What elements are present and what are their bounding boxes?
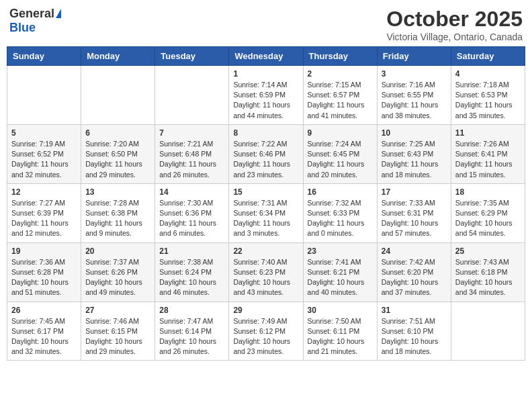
day-number: 9	[308, 128, 373, 138]
calendar-cell: 13Sunrise: 7:28 AM Sunset: 6:38 PM Dayli…	[81, 183, 155, 242]
day-info: Sunrise: 7:37 AM Sunset: 6:26 PM Dayligh…	[85, 257, 150, 298]
month-title: October 2025	[386, 7, 523, 32]
day-info: Sunrise: 7:50 AM Sunset: 6:11 PM Dayligh…	[308, 316, 373, 357]
day-info: Sunrise: 7:14 AM Sunset: 6:59 PM Dayligh…	[233, 80, 298, 121]
logo: General Blue	[9, 7, 61, 35]
day-info: Sunrise: 7:28 AM Sunset: 6:38 PM Dayligh…	[85, 198, 150, 239]
day-info: Sunrise: 7:18 AM Sunset: 6:53 PM Dayligh…	[455, 80, 521, 121]
title-block: October 2025 Victoria Village, Ontario, …	[386, 7, 523, 42]
calendar-cell: 24Sunrise: 7:42 AM Sunset: 6:20 PM Dayli…	[377, 242, 451, 302]
day-number: 4	[455, 69, 521, 79]
day-number: 29	[233, 306, 298, 315]
day-of-week-header: Saturday	[451, 47, 525, 66]
day-info: Sunrise: 7:32 AM Sunset: 6:33 PM Dayligh…	[308, 198, 373, 239]
day-info: Sunrise: 7:22 AM Sunset: 6:46 PM Dayligh…	[233, 139, 298, 180]
day-of-week-header: Thursday	[303, 47, 377, 66]
day-info: Sunrise: 7:33 AM Sunset: 6:31 PM Dayligh…	[382, 198, 447, 239]
calendar-week-row: 1Sunrise: 7:14 AM Sunset: 6:59 PM Daylig…	[7, 66, 525, 125]
day-number: 17	[382, 187, 447, 197]
day-number: 14	[159, 187, 224, 197]
calendar-cell	[7, 66, 81, 125]
calendar-cell: 27Sunrise: 7:46 AM Sunset: 6:15 PM Dayli…	[81, 302, 155, 361]
day-number: 22	[233, 246, 298, 256]
day-number: 3	[382, 69, 447, 79]
day-info: Sunrise: 7:15 AM Sunset: 6:57 PM Dayligh…	[308, 80, 373, 121]
day-info: Sunrise: 7:36 AM Sunset: 6:28 PM Dayligh…	[11, 257, 77, 298]
calendar-week-row: 5Sunrise: 7:19 AM Sunset: 6:52 PM Daylig…	[7, 124, 525, 183]
day-of-week-header: Sunday	[7, 47, 81, 66]
day-number: 15	[233, 187, 298, 197]
calendar-cell: 30Sunrise: 7:50 AM Sunset: 6:11 PM Dayli…	[303, 302, 377, 361]
calendar-cell: 21Sunrise: 7:38 AM Sunset: 6:24 PM Dayli…	[155, 242, 229, 302]
day-info: Sunrise: 7:38 AM Sunset: 6:24 PM Dayligh…	[159, 257, 224, 298]
day-number: 5	[11, 128, 77, 138]
calendar-cell	[81, 66, 155, 125]
day-number: 8	[233, 128, 298, 138]
calendar-cell: 15Sunrise: 7:31 AM Sunset: 6:34 PM Dayli…	[229, 183, 303, 242]
logo-triangle-icon	[56, 9, 61, 18]
day-info: Sunrise: 7:30 AM Sunset: 6:36 PM Dayligh…	[159, 198, 224, 239]
calendar-cell: 31Sunrise: 7:51 AM Sunset: 6:10 PM Dayli…	[377, 302, 451, 361]
day-number: 6	[85, 128, 150, 138]
day-info: Sunrise: 7:19 AM Sunset: 6:52 PM Dayligh…	[11, 139, 77, 180]
day-info: Sunrise: 7:47 AM Sunset: 6:14 PM Dayligh…	[159, 316, 224, 357]
day-number: 25	[455, 246, 521, 256]
calendar-cell: 23Sunrise: 7:41 AM Sunset: 6:21 PM Dayli…	[303, 242, 377, 302]
day-info: Sunrise: 7:49 AM Sunset: 6:12 PM Dayligh…	[233, 316, 298, 357]
calendar-week-row: 12Sunrise: 7:27 AM Sunset: 6:39 PM Dayli…	[7, 183, 525, 242]
calendar-cell: 12Sunrise: 7:27 AM Sunset: 6:39 PM Dayli…	[7, 183, 81, 242]
calendar-week-row: 19Sunrise: 7:36 AM Sunset: 6:28 PM Dayli…	[7, 242, 525, 302]
calendar-cell: 20Sunrise: 7:37 AM Sunset: 6:26 PM Dayli…	[81, 242, 155, 302]
day-info: Sunrise: 7:31 AM Sunset: 6:34 PM Dayligh…	[233, 198, 298, 239]
day-info: Sunrise: 7:42 AM Sunset: 6:20 PM Dayligh…	[382, 257, 447, 298]
calendar-cell: 5Sunrise: 7:19 AM Sunset: 6:52 PM Daylig…	[7, 124, 81, 183]
day-number: 30	[308, 306, 373, 315]
day-info: Sunrise: 7:40 AM Sunset: 6:23 PM Dayligh…	[233, 257, 298, 298]
day-number: 19	[11, 246, 77, 256]
location-text: Victoria Village, Ontario, Canada	[386, 32, 523, 42]
day-number: 18	[455, 187, 521, 197]
calendar-cell: 25Sunrise: 7:43 AM Sunset: 6:18 PM Dayli…	[451, 242, 525, 302]
day-number: 7	[159, 128, 224, 138]
day-info: Sunrise: 7:24 AM Sunset: 6:45 PM Dayligh…	[308, 139, 373, 180]
day-info: Sunrise: 7:41 AM Sunset: 6:21 PM Dayligh…	[308, 257, 373, 298]
calendar-cell: 26Sunrise: 7:45 AM Sunset: 6:17 PM Dayli…	[7, 302, 81, 361]
day-info: Sunrise: 7:46 AM Sunset: 6:15 PM Dayligh…	[85, 316, 150, 357]
day-number: 23	[308, 246, 373, 256]
day-number: 2	[308, 69, 373, 79]
day-info: Sunrise: 7:27 AM Sunset: 6:39 PM Dayligh…	[11, 198, 77, 239]
day-number: 27	[85, 306, 150, 315]
day-number: 26	[11, 306, 77, 315]
day-info: Sunrise: 7:20 AM Sunset: 6:50 PM Dayligh…	[85, 139, 150, 180]
calendar-cell: 2Sunrise: 7:15 AM Sunset: 6:57 PM Daylig…	[303, 66, 377, 125]
calendar-cell: 17Sunrise: 7:33 AM Sunset: 6:31 PM Dayli…	[377, 183, 451, 242]
calendar-cell: 28Sunrise: 7:47 AM Sunset: 6:14 PM Dayli…	[155, 302, 229, 361]
day-of-week-header: Tuesday	[155, 47, 229, 66]
day-info: Sunrise: 7:45 AM Sunset: 6:17 PM Dayligh…	[11, 316, 77, 357]
day-number: 13	[85, 187, 150, 197]
day-number: 10	[382, 128, 447, 138]
day-info: Sunrise: 7:43 AM Sunset: 6:18 PM Dayligh…	[455, 257, 521, 298]
day-info: Sunrise: 7:26 AM Sunset: 6:41 PM Dayligh…	[455, 139, 521, 180]
calendar-table: SundayMondayTuesdayWednesdayThursdayFrid…	[7, 46, 525, 361]
day-info: Sunrise: 7:16 AM Sunset: 6:55 PM Dayligh…	[382, 80, 447, 121]
calendar-cell: 19Sunrise: 7:36 AM Sunset: 6:28 PM Dayli…	[7, 242, 81, 302]
calendar-cell	[155, 66, 229, 125]
logo-general-text: General	[9, 7, 54, 21]
calendar-cell: 14Sunrise: 7:30 AM Sunset: 6:36 PM Dayli…	[155, 183, 229, 242]
calendar-cell: 16Sunrise: 7:32 AM Sunset: 6:33 PM Dayli…	[303, 183, 377, 242]
page-header: General Blue October 2025 Victoria Villa…	[7, 7, 525, 42]
calendar-cell: 9Sunrise: 7:24 AM Sunset: 6:45 PM Daylig…	[303, 124, 377, 183]
day-info: Sunrise: 7:51 AM Sunset: 6:10 PM Dayligh…	[382, 316, 447, 357]
day-of-week-header: Monday	[81, 47, 155, 66]
day-info: Sunrise: 7:35 AM Sunset: 6:29 PM Dayligh…	[455, 198, 521, 239]
calendar-header-row: SundayMondayTuesdayWednesdayThursdayFrid…	[7, 47, 525, 66]
calendar-cell: 8Sunrise: 7:22 AM Sunset: 6:46 PM Daylig…	[229, 124, 303, 183]
calendar-cell	[451, 302, 525, 361]
day-number: 31	[382, 306, 447, 315]
day-of-week-header: Friday	[377, 47, 451, 66]
calendar-cell: 10Sunrise: 7:25 AM Sunset: 6:43 PM Dayli…	[377, 124, 451, 183]
day-info: Sunrise: 7:21 AM Sunset: 6:48 PM Dayligh…	[159, 139, 224, 180]
calendar-week-row: 26Sunrise: 7:45 AM Sunset: 6:17 PM Dayli…	[7, 302, 525, 361]
calendar-cell: 6Sunrise: 7:20 AM Sunset: 6:50 PM Daylig…	[81, 124, 155, 183]
